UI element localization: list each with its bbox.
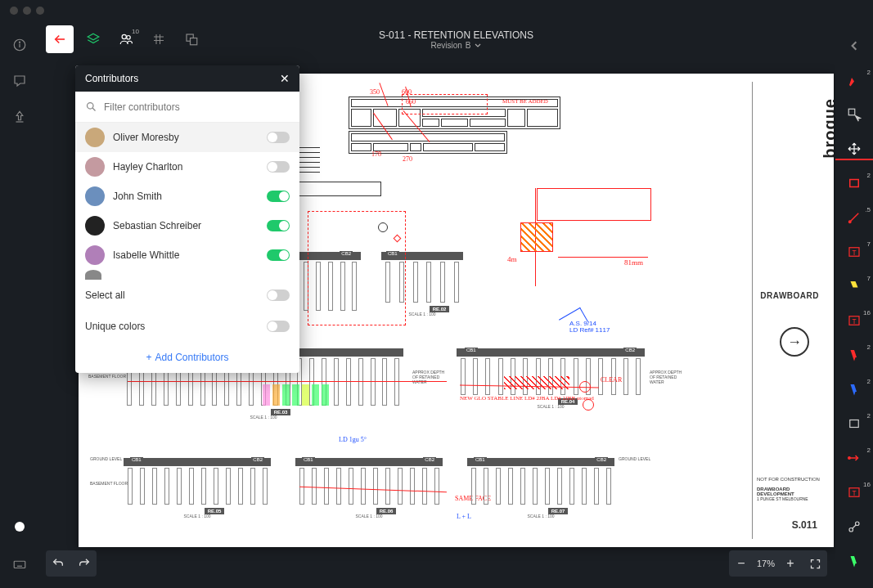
contributor-toggle[interactable] bbox=[267, 132, 290, 143]
nav-comment-icon[interactable] bbox=[7, 69, 32, 93]
level-ground: GROUND LEVEL bbox=[90, 456, 122, 461]
nav-keyboard-icon[interactable] bbox=[7, 552, 32, 577]
contributors-search bbox=[75, 92, 299, 123]
level-bof: BASEMENT FLOOR bbox=[88, 374, 126, 379]
tool-arrow-red[interactable]: 2 bbox=[840, 445, 868, 471]
avatar bbox=[85, 157, 105, 177]
svg-point-37 bbox=[88, 103, 94, 110]
status-indicator[interactable] bbox=[7, 514, 32, 539]
revision-dropdown[interactable]: Revision B bbox=[379, 41, 533, 50]
undo-redo-group bbox=[46, 550, 97, 577]
tool-pen-green[interactable] bbox=[840, 548, 868, 574]
redo-button[interactable] bbox=[72, 550, 97, 577]
svg-text:T: T bbox=[852, 249, 856, 257]
markup-red-cloud-e2 bbox=[308, 211, 406, 325]
contributor-row[interactable]: Hayley Charlton bbox=[75, 152, 299, 182]
select-all-row: Select all bbox=[75, 280, 299, 311]
markup-detail-sketch: 81mm 4m bbox=[504, 188, 651, 294]
unique-colors-row: Unique colors bbox=[75, 311, 299, 342]
level-approx: APPROX DEPTH OF RETAINED WATER bbox=[412, 370, 445, 384]
project-name: DRAWBOARD DEVELOPMENT 1 PUNGE ST MELBOUR… bbox=[757, 487, 821, 501]
contributor-name: Isabelle Whittle bbox=[113, 249, 259, 261]
level-bof: BASEMENT FLOOR bbox=[90, 481, 128, 486]
contributor-name: John Smith bbox=[113, 191, 259, 202]
tool-pen-red-2[interactable]: 2 bbox=[840, 342, 868, 368]
nav-stamp-icon[interactable] bbox=[7, 105, 32, 129]
layers-icon[interactable] bbox=[80, 26, 106, 52]
grid-bubble-1: 1 bbox=[378, 222, 388, 232]
search-icon bbox=[85, 101, 97, 113]
markup-350: 350 bbox=[370, 88, 380, 96]
zoom-controls: − 17% + bbox=[729, 550, 827, 577]
contributor-row[interactable]: Oliver Moresby bbox=[75, 123, 299, 152]
title-block-panel: brogue DRAWBOARD → NOT FOR CONSTRUCTION … bbox=[752, 82, 826, 539]
markup-circle-e4c1 bbox=[579, 381, 591, 393]
markup-circle-e4c2 bbox=[583, 399, 594, 411]
traffic-light-max[interactable] bbox=[36, 7, 44, 15]
arrow-logo-icon: → bbox=[780, 327, 809, 357]
add-contributors-button[interactable]: +Add Contributors bbox=[75, 342, 299, 373]
contributor-name: Hayley Charlton bbox=[113, 161, 259, 173]
contributor-toggle[interactable] bbox=[267, 161, 290, 173]
contributor-row[interactable]: Sebastian Schreiber bbox=[75, 211, 299, 240]
unique-colors-toggle[interactable] bbox=[267, 321, 290, 332]
contributor-toggle[interactable] bbox=[267, 220, 290, 231]
tool-select-cursor-icon[interactable] bbox=[840, 101, 868, 128]
svg-rect-18 bbox=[191, 38, 197, 45]
contributors-panel: Contributors ✕ Oliver MoresbyHayley Char… bbox=[75, 65, 299, 373]
avatar bbox=[85, 186, 105, 206]
svg-line-38 bbox=[92, 108, 95, 110]
zoom-out-button[interactable]: − bbox=[729, 550, 754, 577]
contributors-icon[interactable]: 10 bbox=[113, 26, 139, 52]
tool-pen-red[interactable]: 2 bbox=[840, 67, 868, 93]
elevation-re07: CB1CB2 ELEVATIONRE.07 SCALE 1 : 100 bbox=[467, 458, 614, 518]
right-toolbar: 2 2 .5 T7 7 T16 2 2 2 2 T16 bbox=[835, 21, 873, 588]
fullscreen-button[interactable] bbox=[803, 550, 827, 577]
svg-point-2 bbox=[19, 42, 20, 43]
svg-rect-19 bbox=[848, 109, 855, 115]
markup-blue-note-ld: LD 1gu 5° bbox=[339, 436, 367, 443]
tool-text-red[interactable]: T7 bbox=[840, 239, 868, 265]
tool-text-red-16b[interactable]: T16 bbox=[840, 479, 868, 505]
contributor-toggle[interactable] bbox=[267, 191, 290, 202]
avatar bbox=[85, 216, 105, 236]
tool-pen-blue[interactable]: 2 bbox=[840, 376, 868, 402]
contributor-count-badge: 10 bbox=[132, 28, 139, 35]
zoom-in-button[interactable]: + bbox=[778, 550, 803, 577]
contributor-toggle[interactable] bbox=[267, 249, 290, 261]
undo-button[interactable] bbox=[46, 550, 70, 577]
tool-text-red-16[interactable]: T16 bbox=[840, 307, 868, 334]
contributor-row[interactable]: John Smith bbox=[75, 182, 299, 211]
left-sidebar bbox=[0, 21, 39, 588]
collapse-toolbar-icon[interactable] bbox=[840, 33, 868, 59]
drawboard-label: DRAWBOARD bbox=[760, 291, 819, 300]
tool-line-red[interactable]: .5 bbox=[840, 204, 868, 231]
back-button[interactable] bbox=[46, 25, 74, 53]
top-bar: 10 S-011 - RETENTION ELEVATIONS Revision… bbox=[39, 21, 873, 57]
grid-icon[interactable] bbox=[146, 26, 172, 52]
svg-point-12 bbox=[127, 36, 131, 40]
markup-270: 270 bbox=[403, 155, 412, 163]
compare-icon[interactable] bbox=[178, 26, 205, 52]
tool-measure-icon[interactable] bbox=[840, 514, 868, 540]
document-title: S-011 - RETENTION ELEVATIONS bbox=[379, 29, 533, 41]
close-icon[interactable]: ✕ bbox=[280, 72, 290, 85]
elevation-re05: CB1CB2 ELEVATIONRE.05 SCALE 1 : 100 bbox=[124, 458, 271, 518]
markup-highlighted-piles bbox=[263, 384, 329, 406]
tool-rectangle-outline[interactable]: 2 bbox=[840, 411, 868, 437]
svg-rect-22 bbox=[850, 180, 859, 187]
tool-highlighter-yellow[interactable]: 7 bbox=[840, 273, 868, 299]
select-all-toggle[interactable] bbox=[267, 290, 290, 301]
markup-red-line-e3 bbox=[128, 381, 447, 382]
tool-rectangle[interactable]: 2 bbox=[840, 170, 868, 196]
contributor-name: Sebastian Schreiber bbox=[113, 220, 259, 231]
svg-rect-4 bbox=[14, 561, 25, 568]
traffic-light-close[interactable] bbox=[10, 7, 18, 15]
contributor-row[interactable]: Isabelle Whittle bbox=[75, 240, 299, 270]
traffic-light-min[interactable] bbox=[23, 7, 31, 15]
zoom-value: 17% bbox=[754, 559, 778, 568]
filter-contributors-input[interactable] bbox=[104, 101, 290, 113]
tool-pan-move-icon[interactable] bbox=[840, 136, 868, 162]
nav-info-icon[interactable] bbox=[7, 33, 32, 57]
not-for-construction: NOT FOR CONSTRUCTION bbox=[757, 477, 821, 482]
